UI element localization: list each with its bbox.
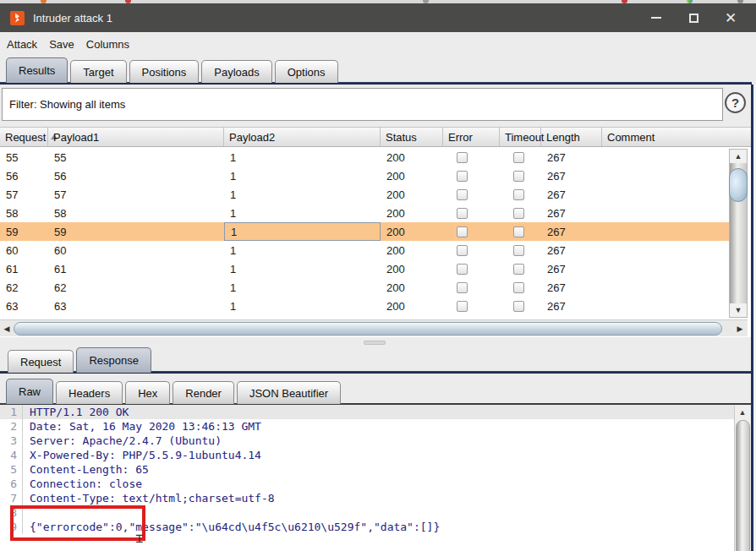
table-row[interactable]: 62621200267 <box>0 278 729 297</box>
tab-response[interactable]: Response <box>76 347 151 373</box>
column-header-error[interactable]: Error <box>443 128 500 146</box>
tab-target[interactable]: Target <box>70 60 126 83</box>
tab-request[interactable]: Request <box>8 350 74 373</box>
table-cell: 1 <box>224 185 381 204</box>
scroll-down-arrow-icon[interactable]: ▼ <box>730 303 747 317</box>
error-checkbox[interactable] <box>457 171 468 182</box>
tab-headers[interactable]: Headers <box>56 381 123 404</box>
scroll-up-arrow-icon[interactable]: ▲ <box>730 150 747 163</box>
maximize-button[interactable] <box>675 3 712 32</box>
column-header-request[interactable]: Request <box>0 128 48 146</box>
table-cell: 1 <box>224 148 381 166</box>
table-cell <box>500 222 541 241</box>
table-cell: 200 <box>381 166 443 185</box>
table-cell: 1 <box>224 259 381 278</box>
timeout-checkbox[interactable] <box>513 301 524 312</box>
timeout-checkbox[interactable] <box>513 282 524 293</box>
timeout-checkbox[interactable] <box>513 152 524 163</box>
error-checkbox[interactable] <box>457 189 468 200</box>
line-text: Content-Length: 65 <box>22 462 149 477</box>
spacer <box>0 374 752 377</box>
column-header-payload2[interactable]: Payload2 <box>224 128 381 146</box>
table-hscrollbar-thumb[interactable] <box>14 322 722 336</box>
tab-hex[interactable]: Hex <box>125 381 170 404</box>
table-row[interactable]: 60601200267 <box>0 241 729 259</box>
tab-raw[interactable]: Raw <box>6 379 53 404</box>
timeout-checkbox[interactable] <box>513 245 524 256</box>
table-cell: 200 <box>381 148 443 166</box>
table-cell: 1 <box>224 297 381 315</box>
column-header-length[interactable]: Length <box>541 128 602 146</box>
error-checkbox[interactable] <box>457 282 468 293</box>
menu-item-columns[interactable]: Columns <box>86 38 129 51</box>
tab-render[interactable]: Render <box>173 381 234 404</box>
minimize-icon <box>651 17 661 19</box>
error-checkbox[interactable] <box>457 226 468 237</box>
column-header-payload1[interactable]: Payload1 <box>48 128 224 146</box>
error-checkbox[interactable] <box>457 208 468 219</box>
scroll-right-arrow-icon[interactable]: ▶ <box>734 322 746 336</box>
response-scrollbar-thumb[interactable] <box>736 420 750 551</box>
timeout-checkbox[interactable] <box>513 226 524 237</box>
line-number: 5 <box>0 462 22 477</box>
scroll-up-arrow-icon[interactable]: ▲ <box>735 406 750 419</box>
error-checkbox[interactable] <box>457 264 468 275</box>
table-cell: 267 <box>541 148 602 166</box>
timeout-checkbox[interactable] <box>513 264 524 275</box>
column-header-comment[interactable]: Comment <box>602 128 729 146</box>
response-vertical-scrollbar[interactable]: ▲ <box>734 406 751 551</box>
filter-box[interactable]: Filter: Showing all items <box>2 88 723 121</box>
scroll-left-arrow-icon[interactable]: ◀ <box>1 322 13 336</box>
line-text: Content-Type: text/html;charset=utf-8 <box>22 491 275 505</box>
table-cell <box>500 166 541 185</box>
table-cell: 267 <box>541 297 602 315</box>
table-row[interactable]: 55551200267 <box>0 148 729 166</box>
table-cell <box>602 148 729 166</box>
menu-bar: AttackSaveColumns <box>0 32 756 56</box>
table-row[interactable]: 61611200267 <box>0 259 729 278</box>
table-row[interactable]: 59591200267 <box>0 222 729 241</box>
tab-options[interactable]: Options <box>275 60 338 83</box>
annotation-red-box <box>10 505 145 541</box>
table-cell: 1 <box>224 204 381 222</box>
pane-splitter[interactable] <box>0 337 752 347</box>
line-text: Server: Apache/2.4.7 (Ubuntu) <box>22 434 222 448</box>
close-button[interactable]: ✕ <box>712 3 749 32</box>
table-row[interactable]: 57571200267 <box>0 185 729 204</box>
menu-item-save[interactable]: Save <box>49 38 74 51</box>
line-text: HTTP/1.1 200 OK <box>22 405 129 419</box>
timeout-checkbox[interactable] <box>513 189 524 200</box>
table-cell <box>443 259 500 278</box>
table-cell: 57 <box>48 185 224 204</box>
table-row[interactable]: 58581200267 <box>0 204 729 222</box>
column-header-timeout[interactable]: Timeout <box>500 128 541 146</box>
table-cell: 61 <box>48 259 224 278</box>
timeout-checkbox[interactable] <box>513 208 524 219</box>
error-checkbox[interactable] <box>457 152 468 163</box>
table-cell <box>500 185 541 204</box>
table-cell <box>602 222 729 241</box>
menu-item-attack[interactable]: Attack <box>7 38 37 51</box>
splitter-grip[interactable] <box>364 341 386 345</box>
tab-json-beautifier[interactable]: JSON Beautifier <box>237 381 341 404</box>
error-checkbox[interactable] <box>457 245 468 256</box>
table-horizontal-scrollbar[interactable]: ◀ ▶ <box>0 319 748 336</box>
table-cell: 200 <box>381 222 443 241</box>
tab-positions[interactable]: Positions <box>129 60 200 83</box>
table-row[interactable]: 63631200267 <box>0 297 729 315</box>
minimize-button[interactable] <box>638 3 675 32</box>
table-scrollbar-thumb[interactable] <box>729 168 748 202</box>
help-icon[interactable]: ? <box>725 92 746 113</box>
table-row[interactable]: 56561200267 <box>0 166 729 185</box>
error-checkbox[interactable] <box>457 301 468 312</box>
table-cell <box>500 241 541 259</box>
timeout-checkbox[interactable] <box>513 171 524 182</box>
tab-payloads[interactable]: Payloads <box>201 60 271 83</box>
table-vertical-scrollbar[interactable]: ▲ ▼ <box>729 149 748 318</box>
table-cell: 267 <box>541 278 602 297</box>
window-right-edge <box>751 85 756 551</box>
column-header-status[interactable]: Status <box>381 128 443 146</box>
table-cell: 55 <box>0 148 48 166</box>
table-cell: 1 <box>224 278 381 297</box>
tab-results[interactable]: Results <box>6 57 68 83</box>
